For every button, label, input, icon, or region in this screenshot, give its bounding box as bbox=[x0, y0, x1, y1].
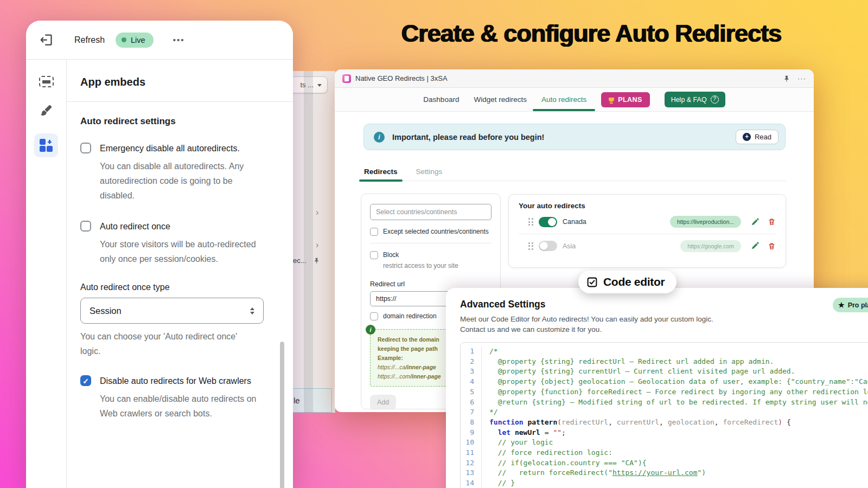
code-editor-box[interactable]: 1/*2 @property {string} redirectUrl – Re… bbox=[460, 342, 868, 488]
web-crawlers-checkbox[interactable]: ✓ bbox=[80, 375, 91, 386]
redirect-row-canada: Canada https://liveproduction... bbox=[519, 210, 776, 234]
window-more-icon[interactable]: ··· bbox=[797, 74, 806, 82]
live-dot-icon bbox=[122, 37, 126, 42]
auto-redirect-once-row[interactable]: Auto redirect once bbox=[80, 219, 279, 234]
panel-scrollbar[interactable] bbox=[280, 342, 284, 488]
auto-redirect-once-label: Auto redirect once bbox=[100, 219, 268, 234]
code-line: 7*/ bbox=[461, 407, 868, 418]
nav-widget-redirects[interactable]: Widget redirects bbox=[474, 95, 527, 104]
auto-redirect-once-checkbox[interactable] bbox=[80, 221, 91, 232]
web-crawlers-help: You can enable/disable auto redirects on… bbox=[100, 391, 269, 421]
code-line: 6 @return {string} – Modified string of … bbox=[461, 397, 868, 408]
code-line: 12 // if(gelocation.country === "CA"){ bbox=[461, 458, 868, 468]
except-label: Except selected countries/continents bbox=[383, 228, 489, 235]
plans-button[interactable]: PLANS bbox=[601, 92, 649, 107]
code-line: 4 @property {object} geolocation – Geolo… bbox=[461, 377, 868, 387]
block-checkbox[interactable] bbox=[370, 251, 378, 259]
except-countries-row[interactable]: Except selected countries/continents bbox=[370, 228, 492, 236]
redirect-row-asia: Asia https://google.com bbox=[519, 234, 776, 258]
banner-text: Important, please read before you begin! bbox=[392, 133, 544, 142]
drag-handle-icon[interactable] bbox=[528, 242, 533, 250]
once-type-label: Auto redirect once type bbox=[80, 282, 279, 292]
refresh-button[interactable]: Refresh bbox=[74, 35, 105, 45]
window-titlebar: Native GEO Redirects | 3xSA ··· bbox=[335, 69, 814, 88]
chevron-right-icon[interactable]: › bbox=[316, 240, 318, 250]
code-line: 8function pattern(redirectUrl, currentUr… bbox=[461, 418, 868, 428]
drag-handle-icon[interactable] bbox=[528, 218, 533, 226]
app-navbar: Dashboard Widget redirects Auto redirect… bbox=[335, 88, 814, 112]
select-arrows-icon bbox=[250, 305, 254, 317]
emergency-disable-label: Emergency disable all autoredirects. bbox=[100, 141, 268, 156]
app-embeds-icon[interactable] bbox=[34, 133, 58, 157]
live-badge[interactable]: Live bbox=[116, 33, 154, 48]
star-icon: ★ bbox=[838, 301, 845, 309]
info-icon: i bbox=[366, 325, 375, 335]
nav-auto-redirects[interactable]: Auto redirects bbox=[541, 95, 586, 104]
theme-editor-panel: Refresh Live ••• App embeds Auto redirec… bbox=[26, 21, 293, 488]
pro-plan-badge: ★ Pro plan bbox=[833, 298, 868, 312]
code-line: 1/* bbox=[461, 346, 868, 357]
important-banner: i Important, please read before you begi… bbox=[363, 124, 786, 150]
domain-redirection-label: domain redirection bbox=[383, 312, 437, 320]
once-type-value: Session bbox=[90, 306, 122, 316]
code-line: 13 // return forceRedirect("https://your… bbox=[461, 468, 868, 478]
checkbox-checked-icon bbox=[586, 277, 598, 288]
except-checkbox[interactable] bbox=[370, 228, 378, 236]
editor-topbar: Refresh Live ••• bbox=[26, 21, 293, 60]
redirect-url-label: Redirect url bbox=[370, 280, 492, 288]
block-label: Block bbox=[383, 251, 399, 259]
read-button[interactable]: + Read bbox=[736, 130, 778, 144]
redirect-toggle[interactable] bbox=[539, 241, 557, 251]
code-line: 5 @property {function} forceRedirect – F… bbox=[461, 387, 868, 397]
editor-more-icon[interactable]: ••• bbox=[173, 35, 185, 44]
tab-settings[interactable]: Settings bbox=[416, 168, 443, 176]
question-icon: ? bbox=[711, 95, 719, 104]
screenshot-stage: Create & configure Auto Redirects ts ...… bbox=[0, 0, 868, 488]
edit-icon[interactable] bbox=[751, 242, 759, 250]
block-row[interactable]: Block bbox=[370, 251, 492, 259]
delete-icon[interactable] bbox=[768, 217, 776, 226]
redirect-toggle[interactable] bbox=[539, 217, 557, 227]
advanced-desc-line: Contact us and we can customize it for y… bbox=[460, 324, 868, 335]
app-icon bbox=[342, 74, 351, 83]
country-select-input[interactable] bbox=[370, 204, 492, 220]
code-line: 3 @property {string} currentUrl – Curren… bbox=[461, 367, 868, 377]
emergency-disable-checkbox[interactable] bbox=[80, 143, 91, 153]
block-help: restrict access to your site bbox=[383, 262, 492, 269]
nav-dashboard[interactable]: Dashboard bbox=[423, 95, 459, 104]
edit-icon[interactable] bbox=[751, 218, 759, 226]
sections-icon[interactable] bbox=[39, 76, 54, 87]
form-divider bbox=[370, 243, 492, 243]
code-line: 11 // force redirection logic: bbox=[461, 448, 868, 458]
code-line: 10 // your logic bbox=[461, 438, 868, 448]
redirect-name: Canada bbox=[563, 218, 586, 226]
emergency-disable-row[interactable]: Emergency disable all autoredirects. bbox=[80, 141, 279, 156]
paint-brush-icon[interactable] bbox=[40, 104, 53, 117]
help-faq-button[interactable]: Help & FAQ ? bbox=[665, 92, 725, 107]
advanced-desc-line: Meet our Code Editor for Auto redirects!… bbox=[460, 314, 868, 324]
auto-redirects-heading: Your auto redirects bbox=[519, 202, 776, 210]
once-type-select[interactable]: Session bbox=[80, 298, 264, 324]
pin-icon bbox=[313, 257, 320, 264]
redirect-url-pill: https://liveproduction... bbox=[670, 216, 741, 228]
info-icon: i bbox=[374, 132, 385, 143]
add-button[interactable]: Add bbox=[370, 395, 396, 409]
exit-icon[interactable] bbox=[39, 33, 54, 47]
content-tabs: Redirects Settings bbox=[361, 168, 787, 176]
pin-icon[interactable] bbox=[783, 75, 790, 82]
domain-redirection-checkbox[interactable] bbox=[370, 312, 378, 320]
selected-block-label: le bbox=[293, 396, 300, 405]
tab-redirects[interactable]: Redirects bbox=[364, 168, 398, 176]
code-editor-label: Code editor bbox=[603, 275, 665, 288]
once-type-help: You can choose your 'Auto redirect once'… bbox=[80, 329, 259, 358]
web-crawlers-row[interactable]: ✓ Disable auto redirects for Web crawler… bbox=[80, 374, 279, 388]
redirect-url-pill: https://google.com bbox=[680, 240, 741, 252]
panel-heading: App embeds bbox=[67, 76, 293, 102]
emergency-disable-help: You can disable all autoredirects. Any a… bbox=[100, 159, 269, 203]
chevron-right-icon[interactable]: › bbox=[316, 208, 318, 217]
section-heading: Auto redirect settings bbox=[80, 116, 279, 127]
delete-icon[interactable] bbox=[768, 242, 776, 251]
code-line: 2 @property {string} redirectUrl – Redir… bbox=[461, 357, 868, 367]
code-line: 9 let newUrl = ""; bbox=[461, 428, 868, 438]
code-editor-callout: Code editor bbox=[578, 271, 676, 293]
